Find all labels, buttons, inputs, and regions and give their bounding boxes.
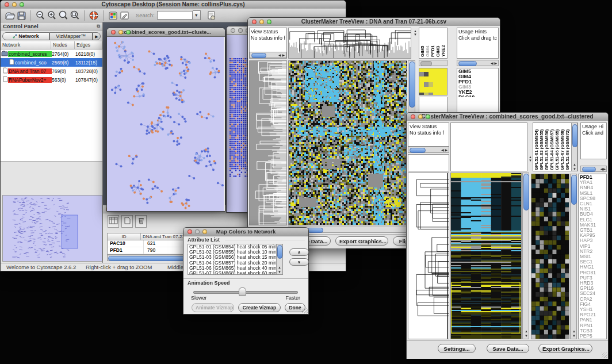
- tab-network[interactable]: Network: [2, 32, 49, 40]
- dense-network-view[interactable]: [228, 56, 249, 180]
- zoom-button[interactable]: [202, 229, 207, 234]
- tv2-column-dendrogram[interactable]: [450, 122, 527, 171]
- tv1-status-scrollbar[interactable]: ◀ ▶: [250, 52, 286, 58]
- zoom-button[interactable]: [267, 20, 271, 24]
- gene-list-item[interactable]: MON2: [579, 339, 606, 339]
- tab-vizmapper[interactable]: VizMapper™: [49, 32, 93, 40]
- network-table-row[interactable]: DNA and Tran 07769(0)183728(0): [1, 67, 102, 75]
- tv2-pixel-vscrollbar[interactable]: ▲ ▼: [570, 174, 577, 339]
- close-button[interactable]: [411, 114, 415, 119]
- zoom-fit-icon[interactable]: [69, 10, 81, 21]
- speed-slider-thumb[interactable]: [239, 288, 246, 296]
- tv2-column-label[interactable]: GPL51-08 (GSM872): [565, 124, 570, 170]
- zoom-in-icon[interactable]: [46, 10, 58, 21]
- minimize-button[interactable]: [118, 30, 123, 35]
- birdseye-view[interactable]: [2, 195, 102, 262]
- tv1-scroll-arrows[interactable]: ▲▼: [412, 29, 418, 36]
- annotation-icon[interactable]: [118, 10, 130, 21]
- matrix-cell[interactable]: [424, 82, 429, 87]
- network-table-row[interactable]: combined_sco2569(6)13112(15): [1, 58, 102, 67]
- move-up-button[interactable]: ∧: [289, 248, 309, 256]
- matrix-cell[interactable]: [438, 82, 442, 87]
- tv1-column-label[interactable]: PAC10: [446, 29, 447, 57]
- close-button[interactable]: [111, 30, 116, 35]
- tv1-row-dendrogram[interactable]: [249, 60, 287, 225]
- delete-attribute-icon[interactable]: [135, 215, 147, 228]
- close-button[interactable]: [252, 20, 257, 24]
- tv2-column-label[interactable]: GPL51-01 (GSM854): [534, 124, 539, 170]
- dialog-titlebar[interactable]: Map Colors to Network: [183, 228, 308, 236]
- tv1-heatmap[interactable]: [288, 60, 407, 225]
- tab-overflow-arrow[interactable]: ▶: [93, 32, 101, 40]
- matrix-cell[interactable]: [424, 72, 429, 76]
- tv1-column-label[interactable]: PFD1: [431, 29, 435, 57]
- tv2-genelist-hscrollbar[interactable]: ◀▶: [580, 166, 607, 172]
- zoom-button[interactable]: [126, 30, 131, 35]
- tv1-column-label[interactable]: GIM5: [420, 29, 425, 57]
- minimize-button[interactable]: [259, 20, 264, 24]
- tv2-status-scrollbar[interactable]: ◀ ▶: [408, 147, 449, 153]
- help-lifebuoy-icon[interactable]: [88, 10, 100, 21]
- tv1-hints-scrollbar[interactable]: ◀ ▶: [457, 60, 499, 66]
- animate-vizmap-button[interactable]: Animate Vizmap: [192, 303, 234, 312]
- tv2-column-label[interactable]: GPL51-04 (GSM857): [549, 124, 554, 170]
- matrix-cell[interactable]: [419, 93, 424, 95]
- network-canvas[interactable]: [107, 37, 224, 211]
- close-button[interactable]: [5, 2, 9, 7]
- matrix-cell[interactable]: [419, 72, 424, 76]
- vizmapper-icon[interactable]: [107, 10, 118, 21]
- tv2-pixel-view[interactable]: [531, 174, 569, 339]
- search-input[interactable]: [157, 11, 193, 20]
- matrix-cell[interactable]: [433, 93, 438, 95]
- close-button[interactable]: [231, 28, 235, 33]
- network-table-row[interactable]: combined_scores2764(0)16218(0): [1, 49, 102, 58]
- select-attributes-icon[interactable]: [108, 215, 119, 228]
- attribute-list-scrollbar[interactable]: ▲ ▼: [276, 244, 282, 274]
- resize-grip[interactable]: [602, 352, 607, 358]
- matrix-cell[interactable]: [438, 72, 442, 76]
- matrix-cell[interactable]: [442, 93, 447, 95]
- treeview1-titlebar[interactable]: ClusterMaker TreeView : DNA and Tran 07-…: [248, 18, 500, 26]
- minimize-button[interactable]: [12, 2, 17, 7]
- zoom-button[interactable]: [20, 2, 24, 7]
- network-table-row[interactable]: RNAPuberNov2+563(0)107847(0): [1, 75, 102, 84]
- matrix-cell[interactable]: [419, 82, 424, 87]
- tv2-export-graphics-button[interactable]: Export Graphics...: [538, 344, 592, 353]
- tv2-heatmap[interactable]: [450, 173, 522, 339]
- tv2-column-label[interactable]: GPL51-07 (GSM868): [560, 124, 565, 170]
- close-button[interactable]: [188, 229, 192, 234]
- tv2-column-label[interactable]: GPL51-02 (GSM855): [539, 124, 544, 170]
- resize-grip[interactable]: [302, 308, 308, 313]
- tv2-heatmap-vscrollbar[interactable]: ▲ ▼: [522, 173, 529, 339]
- float-panel-icon[interactable]: ⧉: [97, 22, 100, 30]
- tv2-scroll-arrows[interactable]: ▲▼: [528, 155, 533, 162]
- attribute-list-item[interactable]: GPL51-07 (GSM868) heat shock 60 min: [188, 271, 282, 275]
- tv1-summary-matrix[interactable]: [419, 68, 447, 95]
- tv2-row-dendrogram[interactable]: [408, 173, 449, 339]
- matrix-cell[interactable]: [424, 93, 429, 95]
- tv1-column-label[interactable]: GIM3: [436, 29, 441, 57]
- zoom-button[interactable]: [426, 114, 430, 119]
- matrix-cell[interactable]: [429, 93, 433, 95]
- tv1-column-dendrogram[interactable]: [288, 28, 411, 59]
- tv2-column-label[interactable]: GPL51-03 (GSM856): [544, 124, 549, 170]
- tv2-gene-list[interactable]: PFD1YRA1RNR4MSL1SPC98CLN1NIS1BUD4ELG1MAK…: [578, 174, 607, 339]
- minimize-button[interactable]: [195, 229, 200, 234]
- save-icon[interactable]: [16, 10, 27, 21]
- minimize-button[interactable]: [238, 28, 243, 33]
- tv1-column-label[interactable]: GIM4: [426, 29, 430, 57]
- tv2-settings-button[interactable]: Settings...: [438, 344, 476, 353]
- matrix-cell[interactable]: [442, 82, 447, 87]
- matrix-cell[interactable]: [433, 82, 438, 87]
- treeview2-titlebar[interactable]: ClusterMaker TreeView : combined_scores_…: [407, 113, 608, 121]
- matrix-cell[interactable]: [438, 93, 442, 95]
- matrix-cell[interactable]: [442, 72, 447, 76]
- zoom-selected-icon[interactable]: [58, 10, 69, 21]
- matrix-cell[interactable]: [429, 72, 433, 76]
- tv1-export-graphics-button[interactable]: Export Graphics...: [335, 236, 388, 246]
- zoom-out-icon[interactable]: [35, 10, 46, 21]
- minimize-button[interactable]: [418, 114, 423, 119]
- tv2-labels-scrollbar[interactable]: ▲ ▼: [571, 123, 577, 171]
- main-titlebar[interactable]: Cytoscape Desktop (Session Name: collins…: [1, 1, 346, 9]
- tv2-column-label[interactable]: GPL51-06 (GSM865): [554, 124, 560, 170]
